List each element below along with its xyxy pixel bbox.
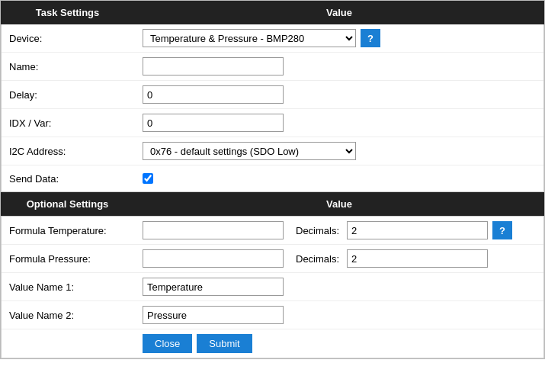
- formula-pressure-input[interactable]: [143, 249, 284, 268]
- button-row-value: Close Submit: [143, 334, 536, 353]
- send-data-value: [143, 173, 536, 184]
- device-value: Temperature & Pressure - BMP280 ?: [143, 29, 536, 47]
- optional-settings-header-left: Optional Settings: [1, 192, 134, 216]
- send-data-label: Send Data:: [9, 173, 143, 185]
- decimals-temp-label: Decimals:: [296, 225, 339, 236]
- i2c-label: I2C Address:: [9, 146, 143, 157]
- optional-settings-header-right: Value: [134, 192, 544, 216]
- send-data-checkbox[interactable]: [143, 173, 153, 184]
- device-help-button[interactable]: ?: [361, 29, 380, 47]
- idx-input[interactable]: [143, 114, 284, 132]
- submit-button[interactable]: Submit: [197, 334, 252, 353]
- decimals-temp-input[interactable]: [347, 221, 488, 239]
- decimals-pressure-label: Decimals:: [296, 253, 339, 265]
- value-name2-label: Value Name 2:: [9, 310, 143, 321]
- formula-pressure-row: Formula Pressure: Decimals:: [2, 245, 543, 273]
- value-name2-value: [143, 306, 536, 324]
- formula-pressure-label: Formula Pressure:: [9, 253, 143, 265]
- i2c-value: 0x76 - default settings (SDO Low) 0x77 -…: [143, 142, 536, 160]
- formula-temp-value: Decimals: ?: [143, 221, 536, 239]
- delay-input[interactable]: [143, 85, 284, 104]
- value-name1-value: [143, 278, 536, 296]
- formula-temp-input[interactable]: [143, 221, 284, 239]
- delay-row: Delay:: [2, 81, 543, 109]
- value-name2-row: Value Name 2:: [2, 301, 543, 329]
- name-input[interactable]: [143, 57, 284, 76]
- optional-settings-section: Formula Temperature: Decimals: ? Formula…: [1, 216, 544, 358]
- value-name1-row: Value Name 1:: [2, 273, 543, 301]
- formula-temp-help-button[interactable]: ?: [492, 221, 512, 239]
- i2c-row: I2C Address: 0x76 - default settings (SD…: [2, 137, 543, 165]
- name-label: Name:: [9, 61, 143, 72]
- delay-label: Delay:: [9, 89, 143, 101]
- task-settings-header-right: Value: [134, 1, 544, 24]
- value-name1-label: Value Name 1:: [9, 281, 143, 293]
- send-data-row: Send Data:: [2, 165, 543, 191]
- i2c-select[interactable]: 0x76 - default settings (SDO Low) 0x77 -…: [143, 142, 356, 160]
- task-settings-section: Device: Temperature & Pressure - BMP280 …: [1, 24, 544, 192]
- decimals-pressure-input[interactable]: [347, 249, 488, 268]
- name-value: [143, 57, 536, 76]
- name-row: Name:: [2, 53, 543, 81]
- delay-value: [143, 85, 536, 104]
- value-name1-input[interactable]: [143, 278, 284, 296]
- idx-row: IDX / Var:: [2, 109, 543, 137]
- task-settings-header: Task Settings Value: [1, 1, 544, 24]
- formula-temp-row: Formula Temperature: Decimals: ?: [2, 217, 543, 245]
- device-select[interactable]: Temperature & Pressure - BMP280: [143, 29, 356, 47]
- idx-label: IDX / Var:: [9, 117, 143, 129]
- button-row: Close Submit: [2, 329, 543, 358]
- task-settings-header-left: Task Settings: [1, 1, 134, 24]
- formula-temp-label: Formula Temperature:: [9, 225, 143, 236]
- close-button[interactable]: Close: [143, 334, 192, 353]
- device-row: Device: Temperature & Pressure - BMP280 …: [2, 24, 543, 53]
- device-label: Device:: [9, 33, 143, 44]
- optional-settings-header: Optional Settings Value: [1, 192, 544, 216]
- idx-value: [143, 114, 536, 132]
- formula-pressure-value: Decimals:: [143, 249, 536, 268]
- value-name2-input[interactable]: [143, 306, 284, 324]
